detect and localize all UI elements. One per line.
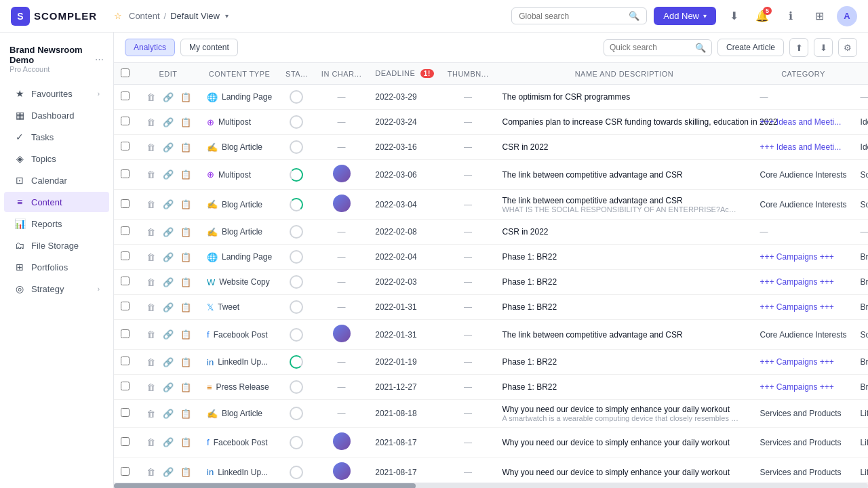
row-status-cell[interactable]	[279, 270, 315, 295]
content-name[interactable]: Phase 1: BR22	[502, 302, 746, 312]
copy-icon[interactable]: 📋	[178, 249, 193, 264]
content-name[interactable]: Phase 1: BR22	[502, 357, 746, 367]
row-checkbox[interactable]	[121, 226, 130, 235]
link-icon[interactable]: 🔗	[161, 249, 176, 264]
link-icon[interactable]: 🔗	[161, 380, 176, 394]
sidebar-item-strategy[interactable]: ◎ Strategy ›	[4, 279, 109, 299]
content-type-label[interactable]: Website Copy	[219, 277, 269, 287]
delete-icon[interactable]: 🗑	[143, 327, 158, 342]
row-status-cell[interactable]	[279, 160, 315, 190]
quick-search[interactable]: 🔍	[604, 39, 712, 56]
sidebar-item-reports[interactable]: 📊 Reports	[4, 214, 109, 234]
delete-icon[interactable]: 🗑	[143, 380, 158, 394]
content-name[interactable]: Companies plan to increase CSR funding t…	[502, 117, 746, 127]
copy-icon[interactable]: 📋	[178, 224, 193, 239]
export-icon[interactable]: ⬆	[789, 38, 808, 57]
content-name[interactable]: The optimism for CSR programmes	[502, 92, 746, 102]
content-name[interactable]: Phase 1: BR22	[502, 382, 746, 392]
copy-icon[interactable]: 📋	[178, 354, 193, 369]
add-new-button[interactable]: Add New ▾	[654, 7, 716, 25]
row-checkbox[interactable]	[121, 277, 130, 285]
link-icon[interactable]: 🔗	[161, 435, 176, 450]
download-icon[interactable]: ⬇	[723, 5, 745, 27]
content-type-label[interactable]: Blog Article	[222, 409, 262, 418]
content-name[interactable]: Why you need our device to simply enhanc…	[502, 468, 746, 477]
row-status-cell[interactable]	[279, 375, 315, 400]
copy-icon[interactable]: 📋	[178, 435, 193, 450]
copy-icon[interactable]: 📋	[178, 406, 193, 421]
content-name[interactable]: The link between competitive advantage a…	[502, 196, 746, 205]
content-name[interactable]: Why you need our device to simply enhanc…	[502, 438, 746, 447]
row-status-cell[interactable]	[279, 110, 315, 135]
chevron-down-icon[interactable]: ▾	[225, 12, 229, 20]
link-icon[interactable]: 🔗	[161, 140, 176, 155]
import-icon[interactable]: ⬇	[814, 38, 833, 57]
row-status-cell[interactable]	[279, 190, 315, 220]
star-icon[interactable]: ☆	[114, 11, 122, 21]
row-status-cell[interactable]	[279, 458, 315, 483]
link-icon[interactable]: 🔗	[161, 300, 176, 314]
content-type-label[interactable]: Facebook Post	[214, 438, 268, 447]
create-article-button[interactable]: Create Article	[717, 39, 784, 56]
sidebar-item-tasks[interactable]: ✓ Tasks	[4, 127, 109, 147]
row-checkbox[interactable]	[121, 142, 130, 150]
row-checkbox[interactable]	[121, 357, 130, 365]
content-type-label[interactable]: LinkedIn Up...	[218, 468, 268, 477]
content-type-label[interactable]: Blog Article	[222, 142, 262, 152]
breadcrumb-view[interactable]: Default View	[170, 11, 220, 21]
row-status-cell[interactable]	[279, 428, 315, 458]
delete-icon[interactable]: 🗑	[143, 406, 158, 421]
global-search-input[interactable]	[519, 12, 625, 21]
delete-icon[interactable]: 🗑	[143, 249, 158, 264]
notification-icon[interactable]: 🔔 5	[751, 5, 773, 27]
delete-icon[interactable]: 🗑	[143, 274, 158, 289]
info-icon[interactable]: ℹ	[780, 5, 802, 27]
sidebar-item-content[interactable]: ≡ Content	[4, 192, 109, 212]
copy-icon[interactable]: 📋	[178, 197, 193, 212]
content-name[interactable]: Why you need our device to simply enhanc…	[502, 405, 746, 414]
content-type-label[interactable]: Blog Article	[222, 227, 262, 237]
content-type-label[interactable]: Landing Page	[222, 92, 272, 102]
content-name[interactable]: CSR in 2022	[502, 142, 746, 152]
content-name[interactable]: The link between competitive advantage a…	[502, 330, 746, 340]
delete-icon[interactable]: 🗑	[143, 354, 158, 369]
content-name[interactable]: Phase 1: BR22	[502, 252, 746, 262]
copy-icon[interactable]: 📋	[178, 380, 193, 394]
copy-icon[interactable]: 📋	[178, 465, 193, 480]
select-all-checkbox[interactable]	[121, 68, 130, 77]
row-checkbox[interactable]	[121, 437, 130, 446]
row-status-cell[interactable]	[279, 220, 315, 245]
content-name[interactable]: The link between competitive advantage a…	[502, 170, 746, 180]
link-icon[interactable]: 🔗	[161, 197, 176, 212]
row-status-cell[interactable]	[279, 85, 315, 110]
copy-icon[interactable]: 📋	[178, 300, 193, 314]
copy-icon[interactable]: 📋	[178, 89, 193, 104]
my-content-button[interactable]: My content	[180, 39, 238, 56]
row-checkbox[interactable]	[121, 199, 130, 208]
sidebar-item-calendar[interactable]: ⊡ Calendar	[4, 170, 109, 190]
row-checkbox[interactable]	[121, 302, 130, 310]
sidebar-item-favourites[interactable]: ★ Favourites ›	[4, 83, 109, 104]
link-icon[interactable]: 🔗	[161, 406, 176, 421]
grid-icon[interactable]: ⊞	[808, 5, 830, 27]
delete-icon[interactable]: 🗑	[143, 140, 158, 155]
sidebar-item-dashboard[interactable]: ▦ Dashboard	[4, 105, 109, 125]
scroll-thumb[interactable]	[114, 483, 416, 488]
delete-icon[interactable]: 🗑	[143, 167, 158, 182]
row-checkbox[interactable]	[121, 467, 130, 476]
copy-icon[interactable]: 📋	[178, 115, 193, 129]
content-name[interactable]: CSR in 2022	[502, 227, 746, 237]
row-checkbox[interactable]	[121, 408, 130, 417]
avatar[interactable]: A	[837, 6, 857, 26]
content-type-label[interactable]: Press Release	[216, 382, 269, 392]
sidebar-item-file-storage[interactable]: 🗂 File Storage	[4, 235, 109, 256]
row-checkbox[interactable]	[121, 382, 130, 390]
copy-icon[interactable]: 📋	[178, 274, 193, 289]
delete-icon[interactable]: 🗑	[143, 197, 158, 212]
copy-icon[interactable]: 📋	[178, 140, 193, 155]
brand-menu-icon[interactable]: ⋯	[95, 54, 104, 64]
row-checkbox[interactable]	[121, 92, 130, 100]
delete-icon[interactable]: 🗑	[143, 115, 158, 129]
row-checkbox[interactable]	[121, 329, 130, 338]
link-icon[interactable]: 🔗	[161, 167, 176, 182]
